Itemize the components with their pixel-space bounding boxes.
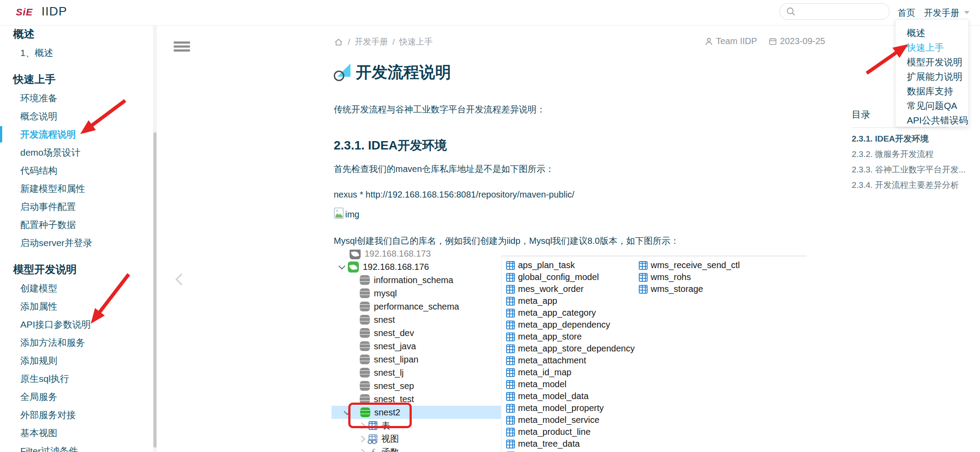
tree-row-database[interactable]: snest_dev — [332, 326, 501, 340]
dropdown-menu-item[interactable]: 快速上手 — [907, 40, 969, 55]
table-list-item[interactable]: aps_plan_task — [506, 259, 635, 271]
breadcrumb-item[interactable]: 快速上手 — [399, 36, 433, 48]
dropdown-menu-item[interactable]: API公共错误码 — [907, 113, 969, 127]
table-list-item[interactable]: meta_model_property — [506, 402, 635, 414]
sidebar-item[interactable]: 原生sql执行 — [0, 370, 157, 388]
chevron-down-icon[interactable] — [339, 262, 346, 269]
dropdown-menu-item[interactable]: 模型开发说明 — [907, 55, 969, 69]
dropdown-item-list: 概述快速上手模型开发说明扩展能力说明数据库支持常见问题QAAPI公共错误码 — [907, 26, 969, 127]
table-list-item[interactable]: wms_receive_send_ctl — [639, 259, 740, 271]
toc-item[interactable]: 2.3.2. 微服务开发流程 — [852, 150, 963, 159]
sidebar-item[interactable]: Filter过滤条件 — [0, 442, 157, 452]
table-list-item[interactable]: meta_tree_data — [506, 438, 635, 450]
table-list-item[interactable]: wms_rohs — [639, 271, 740, 283]
table-list-item[interactable]: meta_model_data — [506, 390, 635, 402]
dropdown-menu-item[interactable]: 数据库支持 — [907, 84, 969, 98]
breadcrumb-item[interactable]: 开发手册 — [354, 36, 388, 48]
toc-item[interactable]: 2.3.1. IDEA开发环境 — [852, 134, 963, 143]
tree-row-server[interactable]: 192.168.168.176 — [332, 260, 501, 273]
tree-row-database[interactable]: snest_java — [332, 340, 501, 353]
sidebar-item[interactable]: 外部服务对接 — [0, 406, 157, 424]
sidebar-collapse-icon[interactable] — [175, 273, 187, 285]
tree-row-views-folder[interactable]: 视图 — [332, 432, 501, 445]
chevron-right-icon[interactable] — [358, 448, 365, 452]
table-list-item[interactable]: meta_app — [506, 295, 635, 307]
table-icon — [506, 428, 515, 437]
table-list-item[interactable]: meta_model_service — [506, 414, 635, 426]
breadcrumb-separator: / — [392, 37, 395, 47]
sidebar-item[interactable]: API接口参数说明 — [0, 315, 157, 333]
table-list-item[interactable]: global_config_model — [506, 271, 635, 283]
chevron-right-icon[interactable] — [358, 435, 365, 442]
embedded-db-screenshot: 192.168.168.173 192.168.168.176 informat… — [332, 250, 807, 452]
home-icon[interactable] — [334, 37, 343, 47]
nav-home[interactable]: 首页 — [898, 7, 915, 19]
function-icon: ƒ — [369, 446, 377, 452]
sidebar-item[interactable]: 代码结构 — [0, 161, 157, 179]
table-list-item[interactable]: meta_app_dependency — [506, 319, 635, 331]
table-list-item[interactable]: meta_app_store_dependency — [506, 343, 635, 355]
hamburger-menu-icon[interactable] — [174, 41, 190, 52]
broken-image-placeholder: img — [334, 207, 359, 220]
sidebar-section-title: 模型开发说明 — [13, 263, 157, 276]
sidebar-item[interactable]: 添加属性 — [0, 297, 157, 315]
sidebar-item-list: 1、概述 — [0, 44, 157, 62]
sidebar-item[interactable]: 添加规则 — [0, 351, 157, 370]
sidebar-item[interactable]: 基本视图 — [0, 424, 157, 442]
table-icon — [506, 392, 515, 401]
tree-row-clipped-server[interactable]: 192.168.168.173 — [332, 250, 501, 260]
sidebar-item[interactable]: 启动server并登录 — [0, 234, 157, 252]
tree-row-database[interactable]: snest_sep — [332, 379, 501, 392]
sidebar-item[interactable]: 配置种子数据 — [0, 216, 157, 234]
sidebar-item[interactable]: 概念说明 — [0, 107, 157, 125]
search-box[interactable] — [779, 3, 890, 20]
table-list-item[interactable]: wms_storage — [639, 283, 740, 295]
sidebar-item[interactable]: 全局服务 — [0, 388, 157, 406]
dropdown-menu-item[interactable]: 常见问题QA — [907, 98, 969, 113]
search-input[interactable] — [799, 7, 880, 17]
sidebar-item[interactable]: 新建模型和属性 — [0, 179, 157, 198]
table-list-item[interactable]: meta_app_store — [506, 331, 635, 343]
sidebar-item[interactable]: demo场景设计 — [0, 143, 157, 161]
sidebar-scrollbar-thumb[interactable] — [153, 132, 157, 448]
chevron-down-icon[interactable] — [964, 11, 969, 14]
tree-row-database[interactable]: snest_lj — [332, 366, 501, 379]
breadcrumb: / 开发手册 / 快速上手 — [334, 36, 433, 48]
toc-item[interactable]: 2.3.3. 谷神工业数字平台开发... — [852, 165, 963, 174]
table-list-item[interactable]: meta_product_line — [506, 426, 635, 438]
sidebar-item[interactable]: 启动事件配置 — [0, 198, 157, 216]
sidebar-section-quickstart: 快速上手 环境准备概念说明开发流程说明demo场景设计代码结构新建模型和属性启动… — [0, 73, 157, 252]
table-list-item[interactable]: minio_config_model — [506, 450, 635, 452]
sidebar-item[interactable]: 开发流程说明 — [0, 125, 157, 143]
table-list-item[interactable]: meta_id_map — [506, 366, 635, 378]
nav-dev-manual[interactable]: 开发手册 — [924, 7, 959, 19]
table-list-pane: aps_plan_task global_config_model mes_wo… — [501, 256, 807, 452]
tree-row-database[interactable]: mysql — [332, 287, 501, 300]
dropdown-menu-item[interactable]: 扩展能力说明 — [907, 69, 969, 84]
toc-divider — [852, 127, 948, 128]
sidebar-item[interactable]: 环境准备 — [0, 89, 157, 107]
tree-row-database[interactable]: snest — [332, 313, 501, 326]
toc-item[interactable]: 2.3.4. 开发流程主要差异分析 — [852, 181, 963, 190]
nexus-url-text: nexus * http://192.168.168.156:8081/repo… — [334, 188, 574, 201]
sidebar-item[interactable]: 1、概述 — [0, 44, 157, 62]
table-list-column-1: aps_plan_task global_config_model mes_wo… — [506, 259, 635, 452]
table-list-item[interactable]: meta_attachment — [506, 355, 635, 366]
sidebar-section-title: 概述 — [13, 28, 157, 40]
table-list-item[interactable]: meta_model — [506, 378, 635, 390]
dropdown-menu-item[interactable]: 概述 — [907, 26, 969, 40]
table-list-column-2: wms_receive_send_ctl wms_rohs wms_storag… — [639, 259, 740, 295]
database-icon — [360, 355, 370, 364]
database-icon — [360, 315, 370, 325]
tree-row-database[interactable]: snest_lipan — [332, 353, 501, 366]
table-list-item[interactable]: mes_work_order — [506, 283, 635, 295]
tree-row-database[interactable]: performance_schema — [332, 300, 501, 313]
tree-row-database[interactable]: information_schema — [332, 273, 501, 287]
sidebar-item[interactable]: 添加方法和服务 — [0, 333, 157, 351]
table-icon — [506, 356, 515, 365]
table-list-item[interactable]: meta_app_category — [506, 307, 635, 319]
date-label: 2023-09-25 — [780, 36, 825, 46]
sidebar-item[interactable]: 创建模型 — [0, 279, 157, 297]
database-icon — [360, 341, 370, 351]
tree-row-functions-folder[interactable]: ƒ 函数 — [332, 445, 501, 452]
